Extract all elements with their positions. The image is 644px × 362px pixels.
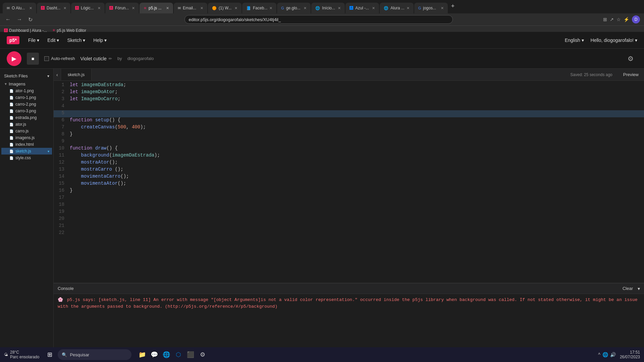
console-error-text: p5.js says: [sketch.js, line 11] An erro… (58, 297, 638, 309)
network-icon[interactable]: 🌐 (602, 352, 608, 357)
line-code (67, 103, 644, 110)
taskbar-terminal-icon[interactable]: ⬛ (185, 349, 196, 360)
tab-alura[interactable]: 🌐 Alura ... ✕ (380, 3, 413, 13)
tab-close[interactable]: ✕ (338, 6, 341, 10)
tab-close[interactable]: ✕ (98, 6, 101, 10)
taskbar-browser-icon[interactable]: 🌐 (161, 349, 172, 360)
clock[interactable]: 17:51 26/07/2023 (620, 350, 640, 359)
console-content: 🌸 p5.js says: [sketch.js, line 11] An er… (54, 294, 644, 350)
taskbar-settings-icon[interactable]: ⚙ (197, 349, 208, 360)
code-editor[interactable]: 1let imagemDaEstrada;2let imagemDoAtor;3… (54, 81, 644, 283)
tab-close[interactable]: ✕ (234, 6, 237, 10)
file-carro1png[interactable]: 📄 carro-1.png (1, 94, 52, 101)
tab-close[interactable]: ✕ (441, 6, 444, 10)
start-button[interactable]: ⊞ (45, 351, 55, 358)
menu-edit[interactable]: Edit ▾ (44, 36, 62, 44)
taskbar-vscode-icon[interactable]: ⬡ (173, 349, 184, 360)
line-number: 19 (54, 209, 67, 216)
bookmark-icon: 🅰 (4, 28, 8, 33)
share-icon[interactable]: ↗ (610, 17, 614, 22)
tab-fb[interactable]: 📘 Faceb... ✕ (242, 3, 276, 13)
tab-close[interactable]: ✕ (200, 6, 203, 10)
profile-icon[interactable]: D (632, 15, 640, 23)
forward-button[interactable]: → (15, 16, 23, 23)
stop-button[interactable]: ■ (27, 53, 39, 65)
tab-gmail[interactable]: ✉ O Alu... ✕ (3, 3, 36, 13)
user-greeting[interactable]: Hello, diogogarofalo! ▾ (591, 38, 637, 43)
sidebar-toggle-button[interactable]: ▾ (47, 74, 49, 78)
expand-console-button[interactable]: ▾ (638, 286, 640, 291)
folder-imagens[interactable]: ▼ Imagens (1, 80, 52, 87)
files-icon: 📁 (139, 351, 146, 358)
file-atorjs[interactable]: 📄 ator.js (1, 121, 52, 128)
tab-close[interactable]: ✕ (132, 6, 135, 10)
terminal-icon: ⬛ (187, 351, 194, 358)
tab-ge[interactable]: G ge.glo... ✕ (277, 3, 311, 13)
file-stylecss[interactable]: 📄 style.css (1, 155, 52, 161)
taskbar-search[interactable]: 🔍 Pesquisar (58, 349, 131, 360)
file-sketchjs[interactable]: 📄 sketch.js ▾ (1, 148, 52, 155)
tab-p5js[interactable]: ✳ p5.js ... ✕ (140, 3, 173, 13)
bookmark-dashboard[interactable]: 🅰 Dashboard | Alura -... (4, 28, 47, 33)
editor-tab-sketchjs[interactable]: sketch.js (61, 69, 92, 80)
code-line-6: 6function setup() { (54, 117, 644, 124)
line-code (67, 110, 644, 117)
tab-close[interactable]: ✕ (166, 6, 169, 10)
weather-desc: Parc ensolarado (10, 355, 39, 359)
file-carro2png[interactable]: 📄 carro-2.png (1, 101, 52, 108)
auto-refresh-toggle[interactable]: Auto-refresh (44, 56, 75, 61)
url-bar[interactable]: editor.p5js.org/diogogarofalo/sketches/X… (184, 15, 453, 24)
back-button[interactable]: ← (4, 16, 12, 23)
tab-favicon: 🟠 (212, 6, 217, 10)
file-indexhtml[interactable]: 📄 index.html (1, 141, 52, 148)
tab-favicon: ✉ (7, 6, 10, 10)
folder-arrow-icon: ▼ (4, 82, 7, 86)
file-ator1png[interactable]: 📄 ator-1.png (1, 87, 52, 94)
tab-w[interactable]: 🟠 (1) W... ✕ (208, 3, 241, 13)
language-selector[interactable]: English ▾ (565, 38, 584, 43)
volume-icon[interactable]: 🔊 (610, 352, 616, 357)
file-name: style.css (15, 156, 31, 160)
tray-arrow-icon[interactable]: ^ (598, 352, 600, 357)
tab-forum[interactable]: 🅰 Fórun... ✕ (105, 3, 139, 13)
tab-email[interactable]: ✉ Email... ✕ (174, 3, 207, 13)
collapse-sidebar-button[interactable]: ‹ (54, 69, 61, 80)
translate-icon[interactable]: ⊞ (603, 17, 607, 22)
extensions-icon[interactable]: ⚡ (624, 17, 629, 22)
tab-close[interactable]: ✕ (29, 6, 32, 10)
menu-file[interactable]: File ▾ (25, 36, 43, 44)
line-code (67, 209, 644, 216)
tab-close[interactable]: ✕ (63, 6, 66, 10)
line-number: 15 (54, 181, 67, 188)
code-line-5: 5 (54, 110, 644, 117)
edit-sketch-name-icon[interactable]: ✏ (109, 56, 112, 61)
auto-refresh-checkbox[interactable] (44, 56, 49, 61)
tab-inicio[interactable]: 🌐 Início... ✕ (311, 3, 345, 13)
tab-close[interactable]: ✕ (269, 6, 272, 10)
play-button[interactable]: ▶ (7, 51, 21, 66)
file-name: estrada.png (15, 115, 37, 120)
settings-button[interactable]: ⚙ (624, 52, 637, 65)
menu-sketch[interactable]: Sketch ▾ (64, 36, 89, 44)
tab-close[interactable]: ✕ (407, 6, 410, 10)
file-carro3png[interactable]: 📄 carro-3.png (1, 108, 52, 114)
menu-help[interactable]: Help ▾ (90, 36, 110, 44)
tab-azul[interactable]: 🅰 Azul -... ✕ (345, 3, 379, 13)
file-imagensjs[interactable]: 📄 imagens.js (1, 134, 52, 141)
new-tab-button[interactable]: + (448, 3, 458, 10)
tab-close[interactable]: ✕ (372, 6, 375, 10)
tab-close[interactable]: ✕ (304, 6, 307, 10)
tab-dashboard[interactable]: 🅰 Dasht... ✕ (37, 3, 70, 13)
file-estradapng[interactable]: 📄 estrada.png (1, 114, 52, 121)
reload-button[interactable]: ↻ (27, 16, 34, 23)
tab-logica[interactable]: 🅰 Lógic... ✕ (71, 3, 105, 13)
sidebar-title: Sketch Files (4, 73, 28, 78)
bookmark-p5js[interactable]: ✳ p5.js Web Editor (52, 28, 86, 33)
clear-button[interactable]: Clear (621, 285, 635, 292)
taskbar-files-icon[interactable]: 📁 (137, 349, 148, 360)
tab-jogos[interactable]: G jogos... ✕ (414, 3, 448, 13)
file-carrojs[interactable]: 📄 carro.js (1, 128, 52, 134)
file-name: ator-1.png (15, 88, 34, 93)
taskbar-teams-icon[interactable]: 💬 (149, 349, 160, 360)
bookmark-icon[interactable]: ☆ (616, 17, 621, 22)
